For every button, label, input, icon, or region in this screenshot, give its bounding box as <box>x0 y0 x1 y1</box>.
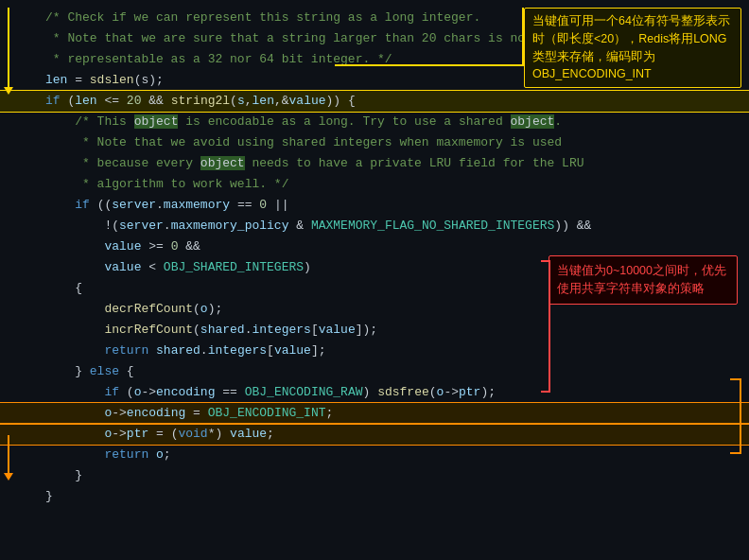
bracket-yellow-right-horiz <box>496 64 524 66</box>
code-line-17: return shared.integers[value]; <box>0 341 749 361</box>
code-editor: /* Check if we can represent this string… <box>0 0 749 560</box>
code-line-23: } <box>0 465 749 486</box>
bracket-orange-left <box>8 435 9 475</box>
code-line-10: if ((server.maxmemory == 0 || <box>0 195 749 216</box>
code-line-8: * because every object needs to have a p… <box>0 153 749 174</box>
arrow-orange-down <box>4 473 13 481</box>
code-line-18: } else { <box>0 361 749 382</box>
code-line-21: o->ptr = (void*) value; <box>0 424 749 445</box>
bracket-red-bottom <box>541 391 550 393</box>
code-line-16: incrRefCount(shared.integers[value]); <box>0 320 749 341</box>
code-line-9: * algorithm to work well. */ <box>0 174 749 195</box>
bracket-orange-right-top <box>730 378 741 380</box>
code-line-11: !(server.maxmemory_policy & MAXMEMORY_FL… <box>0 216 749 236</box>
code-line-5: if (len <= 20 && string2l(s,len,&value))… <box>0 91 749 112</box>
code-line-12: value >= 0 && <box>0 236 749 257</box>
code-line-20: o->encoding = OBJ_ENCODING_INT; <box>0 403 749 424</box>
bracket-left-top <box>8 8 9 91</box>
code-line-24: } <box>0 486 749 507</box>
code-line-6: /* This object is encodable as a long. T… <box>0 112 749 132</box>
code-line-7: * Note that we avoid using shared intege… <box>0 132 749 153</box>
code-line-22: return o; <box>0 445 749 465</box>
annotation-top-right: 当键值可用一个64位有符号整形表示时（即长度<20），Redis将用LONG类型… <box>524 8 741 88</box>
bracket-red-top <box>541 260 550 262</box>
annotation-middle-right: 当键值为0~10000之间时，优先使用共享字符串对象的策略 <box>549 255 738 305</box>
bracket-orange-right-vert <box>740 378 741 454</box>
bracket-red-right <box>549 260 550 393</box>
arrow-down-to-if <box>4 87 13 95</box>
bracket-yellow-right-vert <box>522 8 524 66</box>
code-line-19: if (o->encoding == OBJ_ENCODING_RAW) sds… <box>0 382 749 403</box>
bracket-orange-right-bottom <box>730 452 741 454</box>
